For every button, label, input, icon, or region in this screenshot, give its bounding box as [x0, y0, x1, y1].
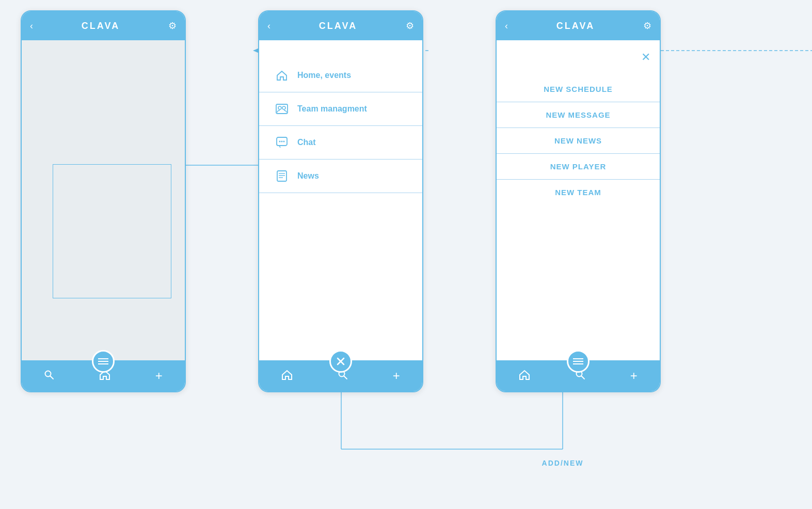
menu-team-label: Team managment: [297, 104, 367, 114]
home-menu-icon: [275, 68, 289, 83]
svg-point-17: [282, 106, 285, 109]
settings-icon: ⚙: [406, 20, 414, 31]
settings-icon: ⚙: [168, 20, 177, 31]
menu-item-chat[interactable]: Chat: [259, 126, 422, 160]
add-new-label-container: ADD/NEW: [496, 458, 630, 468]
phone3-footer: +: [497, 360, 660, 391]
phone1-add-icon[interactable]: +: [155, 369, 163, 383]
phone1-footer: +: [22, 360, 185, 391]
phone1-logo: CLAVA: [82, 21, 120, 31]
phone3-home-icon[interactable]: [519, 370, 530, 383]
svg-rect-22: [277, 171, 286, 181]
new-item-message[interactable]: NEW MESSAGE: [497, 102, 660, 128]
phone1-body: [22, 40, 185, 360]
svg-point-16: [278, 106, 281, 109]
phone2-add-icon[interactable]: +: [393, 369, 400, 383]
svg-line-34: [581, 376, 584, 379]
news-menu-icon: [275, 169, 289, 183]
phone2-home-icon[interactable]: [281, 370, 293, 383]
add-new-label: ADD/NEW: [542, 459, 584, 467]
back-icon: ‹: [30, 21, 33, 31]
menu-item-home[interactable]: Home, events: [259, 59, 422, 92]
phone-2: ‹ CLAVA ⚙ Home, events: [258, 10, 423, 392]
phone2-back-button[interactable]: ‹: [267, 21, 270, 31]
menu-item-team[interactable]: Team managment: [259, 92, 422, 126]
phone2-footer: +: [259, 360, 422, 391]
team-menu-icon: [275, 102, 289, 116]
chat-menu-icon: [275, 135, 289, 150]
new-schedule-label: NEW SCHEDULE: [544, 85, 613, 93]
menu-item-news[interactable]: News: [259, 160, 422, 193]
phone3-settings-button[interactable]: ⚙: [643, 20, 651, 31]
phone3-body: ✕ NEW SCHEDULE NEW MESSAGE NEW NEWS NEW …: [497, 40, 660, 360]
phone3-back-button[interactable]: ‹: [505, 21, 508, 31]
phone2-settings-button[interactable]: ⚙: [406, 20, 414, 31]
menu-home-label: Home, events: [297, 71, 351, 80]
svg-point-19: [279, 141, 281, 142]
phone1-content-box: [53, 164, 171, 298]
phone2-header: ‹ CLAVA ⚙: [259, 11, 422, 40]
menu-news-label: News: [297, 171, 319, 181]
phone2-body: Home, events Team managment: [259, 40, 422, 360]
new-message-label: NEW MESSAGE: [546, 110, 610, 119]
phone1-header: ‹ CLAVA ⚙: [22, 11, 185, 40]
new-team-label: NEW TEAM: [555, 188, 601, 197]
new-item-schedule[interactable]: NEW SCHEDULE: [497, 76, 660, 102]
phone-3: ‹ CLAVA ⚙ ✕ NEW SCHEDULE NEW MESSAGE NEW…: [496, 10, 661, 392]
phone2-close-fab[interactable]: [329, 350, 352, 373]
new-item-news[interactable]: NEW NEWS: [497, 128, 660, 154]
phone1-back-button[interactable]: ‹: [30, 21, 33, 31]
phone3-add-icon[interactable]: +: [630, 369, 638, 383]
phone1-menu-fab[interactable]: [92, 350, 115, 373]
phone2-logo: CLAVA: [319, 21, 357, 31]
settings-icon: ⚙: [643, 20, 651, 31]
svg-point-20: [281, 141, 283, 142]
new-news-label: NEW NEWS: [554, 136, 602, 145]
new-player-label: NEW PLAYER: [550, 162, 607, 171]
svg-rect-15: [276, 104, 288, 114]
phone3-close-icon[interactable]: ✕: [641, 51, 650, 64]
canvas: ‹ CLAVA ⚙: [0, 0, 812, 509]
new-item-player[interactable]: NEW PLAYER: [497, 154, 660, 180]
new-item-team[interactable]: NEW TEAM: [497, 180, 660, 205]
phone3-logo: CLAVA: [556, 21, 595, 31]
phone3-menu-fab[interactable]: [567, 350, 590, 373]
phone1-search-icon[interactable]: [44, 370, 54, 383]
back-icon: ‹: [267, 21, 270, 31]
phone1-settings-button[interactable]: ⚙: [168, 20, 177, 31]
svg-line-11: [51, 376, 54, 379]
back-icon: ‹: [505, 21, 508, 31]
svg-line-29: [344, 376, 347, 379]
phone-1: ‹ CLAVA ⚙: [21, 10, 186, 392]
phone3-header: ‹ CLAVA ⚙: [497, 11, 660, 40]
svg-point-21: [283, 141, 285, 142]
menu-chat-label: Chat: [297, 138, 316, 147]
